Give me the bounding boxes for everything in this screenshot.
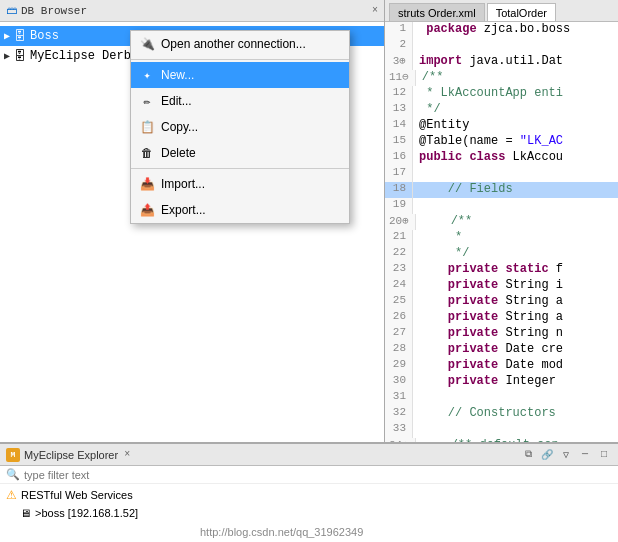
code-line-24: 24 private String i <box>385 278 618 294</box>
menu-label-export: Export... <box>161 203 206 217</box>
code-line-11: 11⊖ /** <box>385 70 618 86</box>
delete-icon: 🗑 <box>139 145 155 161</box>
code-content[interactable]: 1 package zjca.bo.boss 2 3⊕ import java.… <box>385 22 618 442</box>
code-line-27: 27 private String n <box>385 326 618 342</box>
menu-item-export[interactable]: 📤 Export... <box>131 197 349 223</box>
tree-item-restful-label: RESTful Web Services <box>21 489 133 501</box>
view-menu-icon[interactable]: ▽ <box>558 447 574 463</box>
search-icon: 🔍 <box>6 468 20 481</box>
code-line-12: 12 * LkAccountApp enti <box>385 86 618 102</box>
db-browser-header: 🗃 DB Browser × <box>0 0 384 22</box>
bottom-panel: M MyEclipse Explorer × ⧉ 🔗 ▽ ─ □ 🔍 ⚠ RES… <box>0 442 618 542</box>
tab-totalorder-label: TotalOrder <box>496 7 547 19</box>
bottom-header-right: ⧉ 🔗 ▽ ─ □ <box>520 447 612 463</box>
code-line-17: 17 <box>385 166 618 182</box>
tab-struts[interactable]: struts Order.xml <box>389 3 485 21</box>
minimize-icon[interactable]: ─ <box>577 447 593 463</box>
db-icon-derby: 🗄 <box>14 49 26 64</box>
menu-item-new[interactable]: ✦ New... <box>131 62 349 88</box>
bottom-tab-close-icon[interactable]: × <box>124 449 130 460</box>
code-line-21: 21 * <box>385 230 618 246</box>
warning-icon: ⚠ <box>6 488 17 502</box>
code-line-28: 28 private Date cre <box>385 342 618 358</box>
tree-item-derby-label: MyEclipse Derby <box>30 49 138 63</box>
menu-item-open-connection[interactable]: 🔌 Open another connection... <box>131 31 349 57</box>
bottom-panel-header: M MyEclipse Explorer × ⧉ 🔗 ▽ ─ □ <box>0 444 618 466</box>
code-line-2: 2 <box>385 38 618 54</box>
menu-item-delete[interactable]: 🗑 Delete <box>131 140 349 166</box>
code-line-16: 16 public class LkAccou <box>385 150 618 166</box>
menu-item-copy[interactable]: 📋 Copy... <box>131 114 349 140</box>
menu-item-edit[interactable]: ✏ Edit... <box>131 88 349 114</box>
code-line-14: 14 @Entity <box>385 118 618 134</box>
maximize-icon[interactable]: □ <box>596 447 612 463</box>
code-line-25: 25 private String a <box>385 294 618 310</box>
db-browser-tab-label: DB Browser <box>21 5 87 17</box>
db-icon-boss: 🗄 <box>14 29 26 44</box>
code-line-22: 22 */ <box>385 246 618 262</box>
code-line-3: 3⊕ import java.util.Dat <box>385 54 618 70</box>
link-editor-icon[interactable]: 🔗 <box>539 447 555 463</box>
tab-struts-label: struts Order.xml <box>398 7 476 19</box>
collapse-all-icon[interactable]: ⧉ <box>520 447 536 463</box>
db-browser-panel: 🗃 DB Browser × ▶ 🗄 Boss ▶ 🗄 MyEclipse De… <box>0 0 385 442</box>
code-line-20: 20⊕ /** <box>385 214 618 230</box>
code-line-32: 32 // Constructors <box>385 406 618 422</box>
menu-label-open-connection: Open another connection... <box>161 37 306 51</box>
menu-label-import: Import... <box>161 177 205 191</box>
code-line-1: 1 package zjca.bo.boss <box>385 22 618 38</box>
code-line-13: 13 */ <box>385 102 618 118</box>
code-line-26: 26 private String a <box>385 310 618 326</box>
plug-icon: 🔌 <box>139 36 155 52</box>
edit-icon: ✏ <box>139 93 155 109</box>
expand-icon-derby: ▶ <box>4 50 10 62</box>
menu-label-delete: Delete <box>161 146 196 160</box>
tree-item-restful[interactable]: ⚠ RESTful Web Services <box>0 486 618 504</box>
tab-totalorder[interactable]: TotalOrder <box>487 3 556 21</box>
export-icon: 📤 <box>139 202 155 218</box>
filter-row: 🔍 <box>0 466 618 484</box>
code-line-31: 31 <box>385 390 618 406</box>
tree-item-boss-label: Boss <box>30 29 59 43</box>
new-icon: ✦ <box>139 67 155 83</box>
db-browser-close[interactable]: × <box>372 5 378 16</box>
code-editor: struts Order.xml TotalOrder 1 package zj… <box>385 0 618 442</box>
menu-separator-2 <box>131 168 349 169</box>
myeclipse-explorer-icon: M <box>6 448 20 462</box>
code-line-29: 29 private Date mod <box>385 358 618 374</box>
code-line-15: 15 @Table(name = "LK_AC <box>385 134 618 150</box>
editor-tabs: struts Order.xml TotalOrder <box>385 0 618 22</box>
copy-icon: 📋 <box>139 119 155 135</box>
menu-item-import[interactable]: 📥 Import... <box>131 171 349 197</box>
menu-label-edit: Edit... <box>161 94 192 108</box>
tree-item-boss-server[interactable]: 🖥 >boss [192.168.1.52] <box>0 504 618 522</box>
menu-label-copy: Copy... <box>161 120 198 134</box>
server-icon: 🖥 <box>20 507 31 519</box>
expand-icon: ▶ <box>4 30 10 42</box>
top-panel: 🗃 DB Browser × ▶ 🗄 Boss ▶ 🗄 MyEclipse De… <box>0 0 618 442</box>
bottom-tab-label: MyEclipse Explorer <box>24 449 118 461</box>
code-line-19: 19 <box>385 198 618 214</box>
import-icon: 📥 <box>139 176 155 192</box>
menu-separator-1 <box>131 59 349 60</box>
menu-label-new: New... <box>161 68 194 82</box>
url-watermark: http://blog.csdn.net/qq_31962349 <box>200 526 363 538</box>
db-browser-tab-icon: 🗃 <box>6 4 17 17</box>
filter-input[interactable] <box>24 469 612 481</box>
tree-item-boss-server-label: >boss [192.168.1.52] <box>35 507 138 519</box>
code-line-23: 23 private static f <box>385 262 618 278</box>
context-menu: 🔌 Open another connection... ✦ New... ✏ … <box>130 30 350 224</box>
code-line-18: 18 // Fields <box>385 182 618 198</box>
bottom-header-left: M MyEclipse Explorer × <box>6 448 516 462</box>
code-line-33: 33 <box>385 422 618 438</box>
code-line-30: 30 private Integer <box>385 374 618 390</box>
